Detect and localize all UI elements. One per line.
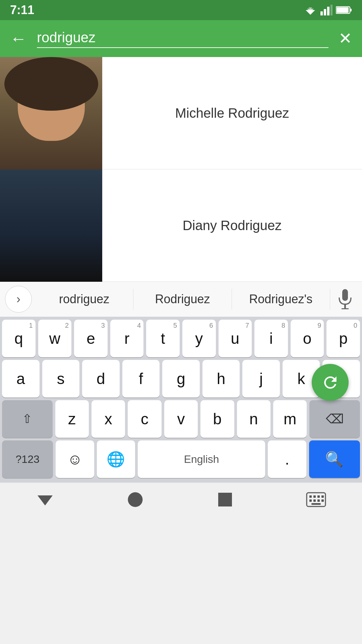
arrow-icon: › bbox=[16, 292, 20, 306]
signal-icon bbox=[320, 5, 333, 15]
svg-rect-11 bbox=[344, 304, 346, 308]
nav-bar bbox=[0, 483, 362, 516]
key-b[interactable]: b bbox=[200, 400, 234, 438]
keyboard-row-1: 1q 2w 3e 4r 5t 6y 7u 8i 9o 0p bbox=[2, 320, 360, 357]
back-button[interactable]: ← bbox=[10, 30, 27, 47]
svg-rect-19 bbox=[317, 495, 320, 498]
svg-rect-18 bbox=[313, 495, 316, 498]
diany-photo bbox=[0, 169, 102, 282]
key-s[interactable]: s bbox=[42, 360, 80, 397]
result-item[interactable]: Michelle Rodriguez bbox=[0, 57, 362, 169]
mic-icon bbox=[338, 289, 353, 309]
svg-rect-20 bbox=[321, 495, 324, 498]
svg-point-14 bbox=[128, 492, 142, 507]
nav-recent-button[interactable] bbox=[216, 490, 234, 509]
nav-keyboard-button[interactable] bbox=[306, 492, 326, 507]
key-j[interactable]: j bbox=[242, 360, 280, 397]
svg-rect-25 bbox=[311, 503, 321, 505]
svg-rect-6 bbox=[330, 5, 333, 15]
svg-rect-21 bbox=[309, 499, 312, 502]
key-h[interactable]: h bbox=[202, 360, 240, 397]
delete-key[interactable]: ⌫ bbox=[309, 400, 360, 438]
svg-rect-3 bbox=[320, 11, 323, 15]
results-area: Michelle Rodriguez Diany Rodriguez bbox=[0, 57, 362, 282]
key-e[interactable]: 3e bbox=[74, 320, 108, 357]
wifi-icon bbox=[304, 5, 317, 15]
key-v[interactable]: v bbox=[164, 400, 198, 438]
key-y[interactable]: 6y bbox=[182, 320, 216, 357]
nav-home-button[interactable] bbox=[126, 490, 144, 509]
keyboard: 1q 2w 3e 4r 5t 6y 7u 8i 9o 0p a s d f g … bbox=[0, 317, 362, 483]
emoji-key[interactable]: ☺ bbox=[56, 440, 94, 478]
status-icons bbox=[304, 5, 352, 15]
svg-rect-10 bbox=[342, 289, 348, 301]
svg-rect-24 bbox=[321, 499, 324, 502]
key-x[interactable]: x bbox=[92, 400, 125, 438]
svg-rect-12 bbox=[342, 308, 349, 309]
numbers-key[interactable]: ?123 bbox=[2, 440, 53, 478]
result-item[interactable]: Diany Rodriguez bbox=[0, 169, 362, 282]
key-a[interactable]: a bbox=[2, 360, 40, 397]
nav-recent-icon bbox=[216, 490, 234, 509]
key-c[interactable]: c bbox=[128, 400, 161, 438]
nav-home-icon bbox=[126, 490, 144, 509]
search-key[interactable]: 🔍 bbox=[309, 440, 360, 478]
svg-rect-9 bbox=[337, 7, 349, 13]
key-p[interactable]: 0p bbox=[326, 320, 360, 357]
svg-rect-4 bbox=[324, 9, 326, 15]
search-bar: ← ✕ bbox=[0, 20, 362, 57]
key-q[interactable]: 1q bbox=[2, 320, 36, 357]
status-time: 7:11 bbox=[10, 3, 34, 17]
key-r[interactable]: 4r bbox=[110, 320, 144, 357]
key-d[interactable]: d bbox=[82, 360, 120, 397]
key-f[interactable]: f bbox=[122, 360, 160, 397]
key-m[interactable]: m bbox=[273, 400, 307, 438]
michelle-photo bbox=[0, 57, 102, 169]
key-i[interactable]: 8i bbox=[254, 320, 288, 357]
michelle-name: Michelle Rodriguez bbox=[102, 57, 362, 169]
key-n[interactable]: n bbox=[237, 400, 270, 438]
diany-name: Diany Rodriguez bbox=[102, 169, 362, 281]
mic-button[interactable] bbox=[334, 289, 357, 309]
svg-rect-23 bbox=[317, 499, 320, 502]
svg-marker-13 bbox=[38, 495, 53, 505]
svg-rect-15 bbox=[218, 493, 232, 506]
suggestion-chip-2[interactable]: Rodriguez bbox=[133, 289, 232, 310]
nav-back-button[interactable] bbox=[36, 490, 54, 509]
svg-rect-17 bbox=[309, 495, 312, 498]
status-bar: 7:11 bbox=[0, 0, 362, 20]
key-g[interactable]: g bbox=[162, 360, 200, 397]
shift-key[interactable]: ⇧ bbox=[2, 400, 53, 438]
key-t[interactable]: 5t bbox=[146, 320, 180, 357]
key-u[interactable]: 7u bbox=[219, 320, 252, 357]
suggestions-bar: › rodriguez Rodriguez Rodriguez's bbox=[0, 282, 362, 317]
svg-rect-22 bbox=[313, 499, 316, 502]
search-input[interactable] bbox=[37, 30, 328, 48]
globe-key[interactable]: 🌐 bbox=[97, 440, 135, 478]
clear-button[interactable]: ✕ bbox=[339, 31, 352, 47]
svg-rect-8 bbox=[350, 9, 352, 11]
battery-icon bbox=[336, 5, 352, 15]
space-key[interactable]: English bbox=[138, 440, 265, 478]
period-key[interactable]: . bbox=[268, 440, 306, 478]
refresh-icon bbox=[321, 373, 340, 392]
suggestion-chip-3[interactable]: Rodriguez's bbox=[232, 289, 330, 310]
nav-keyboard-icon bbox=[306, 492, 326, 507]
suggestions-arrow-button[interactable]: › bbox=[5, 286, 32, 313]
key-z[interactable]: z bbox=[55, 400, 89, 438]
fab-refresh-button[interactable] bbox=[312, 364, 349, 401]
suggestion-chip-1[interactable]: rodriguez bbox=[35, 289, 133, 310]
keyboard-row-3: ⇧ z x c v b n m ⌫ bbox=[2, 400, 360, 438]
key-o[interactable]: 9o bbox=[291, 320, 324, 357]
nav-back-icon bbox=[36, 490, 54, 509]
key-w[interactable]: 2w bbox=[38, 320, 72, 357]
svg-rect-5 bbox=[327, 7, 329, 15]
keyboard-row-4: ?123 ☺ 🌐 English . 🔍 bbox=[2, 440, 360, 478]
keyboard-row-2: a s d f g h j k l bbox=[2, 360, 360, 397]
